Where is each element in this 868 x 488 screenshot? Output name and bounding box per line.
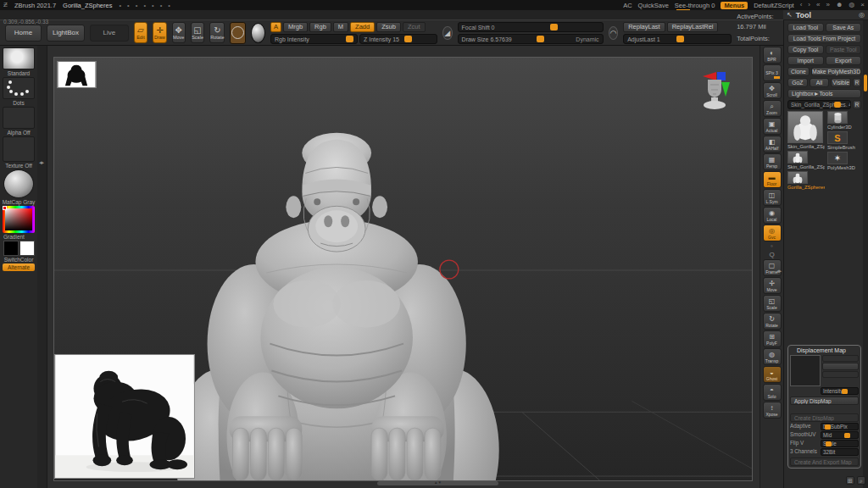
right-shelf-button[interactable]: ✢ Move <box>763 277 782 294</box>
lightbox-tools-button[interactable]: Lightbox►Tools <box>787 89 861 98</box>
adjust-last-slider[interactable]: AdjustLast 1 <box>623 34 732 44</box>
displacement-map-title[interactable]: Displacement Map <box>790 347 859 355</box>
tool-r-button[interactable]: R <box>853 100 861 109</box>
make-polymesh3d-button[interactable]: Make PolyMesh3D <box>811 67 861 76</box>
document-area[interactable] <box>53 57 753 481</box>
tool-thumb-cylinder3d[interactable] <box>827 111 848 124</box>
right-shelf-button[interactable]: Q <box>763 251 782 258</box>
texture-thumbnail[interactable] <box>3 136 35 162</box>
prev-tool-icon[interactable]: « <box>816 1 820 9</box>
tool-thumb-skin-gorilla[interactable] <box>787 151 808 164</box>
goz-visible-button[interactable]: Visible <box>831 78 851 87</box>
intensity-slider[interactable]: Intensity <box>821 387 859 395</box>
a-toggle[interactable]: A <box>270 22 281 32</box>
panel-zoom-icon[interactable]: ⌕ <box>857 476 865 485</box>
tool-section-row[interactable] <box>787 336 861 343</box>
paste-tool-button[interactable]: Paste Tool <box>826 45 862 54</box>
next-doc-icon[interactable]: › <box>808 1 810 9</box>
mrgb-button[interactable]: Mrgb <box>283 22 308 32</box>
rgb-button[interactable]: Rgb <box>309 22 331 32</box>
tool-thumb-simplebrush[interactable]: S <box>827 131 848 144</box>
panel-grid-icon[interactable]: ⊞ <box>846 476 854 485</box>
disp-setting-slider[interactable]: Scale <box>821 440 859 447</box>
right-shelf-button[interactable]: ◓ Solo <box>763 384 782 401</box>
color-picker[interactable] <box>3 206 35 233</box>
tool-select-slider[interactable]: Skin_Gorilla_ZSpheres. 49 <box>787 100 851 109</box>
quicksave-button[interactable]: QuickSave <box>638 2 669 9</box>
gorilla-mesh[interactable] <box>175 133 499 480</box>
slider-thumb[interactable] <box>676 36 684 42</box>
slider-thumb[interactable] <box>826 441 832 446</box>
right-shelf-button[interactable]: ▬ Floor <box>763 171 782 188</box>
replay-last-button[interactable]: ReplayLast <box>623 22 665 32</box>
menus-button[interactable]: Menus <box>721 2 748 9</box>
tool-section-row[interactable] <box>787 257 861 264</box>
clone-button[interactable]: Clone <box>787 67 810 76</box>
tool-section-row[interactable] <box>787 304 861 312</box>
see-through-slider[interactable]: See-through 0 <box>675 2 715 9</box>
right-shelf-button[interactable]: ◧ AAHalf <box>763 136 782 152</box>
import-button[interactable]: Import <box>787 56 824 65</box>
divider-collapse-icon[interactable]: ◂▸ <box>776 268 781 274</box>
disp-button[interactable] <box>822 363 859 370</box>
rgb-intensity-slider[interactable]: Rgb Intensity <box>270 34 358 44</box>
move-button[interactable]: ✥ Move <box>172 22 186 43</box>
tool-thumb-polymesh3d[interactable]: ✶ <box>827 152 848 164</box>
camview-widget[interactable] <box>701 66 745 110</box>
panel-menu-icon[interactable]: ◎ <box>859 11 865 19</box>
right-shelf-button[interactable]: ↕ Xpose <box>763 402 782 419</box>
right-shelf-button[interactable]: SPix 3 <box>763 64 782 81</box>
tool-section-row[interactable] <box>787 201 861 208</box>
tool-section-row[interactable] <box>787 328 861 336</box>
load-tool-button[interactable]: Load Tool <box>787 23 824 32</box>
right-shelf-button[interactable]: ◍ Transp <box>763 348 782 365</box>
tool-section-row[interactable] <box>787 272 861 280</box>
left-divider[interactable]: ◂▸ <box>37 46 47 488</box>
tool-section-row[interactable] <box>787 217 861 225</box>
stroke-curve-icon[interactable]: ◢ <box>442 26 453 40</box>
slider-thumb[interactable] <box>404 36 412 42</box>
disp-button[interactable] <box>822 371 859 379</box>
tool-section-row[interactable] <box>787 233 861 241</box>
next-tool-icon[interactable]: » <box>826 1 829 9</box>
load-tools-from-project-button[interactable]: Load Tools From Project <box>787 34 861 43</box>
right-shelf-button[interactable]: ▦ Persp <box>763 153 782 170</box>
current-brush-well[interactable] <box>230 22 245 44</box>
right-shelf-button[interactable]: ◦ <box>763 242 782 250</box>
right-shelf-button[interactable]: ◐ BPR <box>763 47 782 64</box>
copy-tool-button[interactable]: Copy Tool <box>787 45 824 54</box>
slider-thumb[interactable] <box>346 36 353 42</box>
focal-shift-slider[interactable]: Focal Shift 0 <box>458 22 604 32</box>
right-shelf-button[interactable]: ◱ Scale <box>763 295 782 312</box>
tool-panel-scroll-thumb[interactable] <box>864 75 867 92</box>
divider-collapse-icon[interactable]: ◂▸ <box>39 159 43 166</box>
right-shelf-button[interactable]: ▣ Actual <box>763 118 782 135</box>
user-icon[interactable]: ☻ <box>836 1 843 9</box>
rotate-button[interactable]: ↻ Rotate <box>209 22 225 43</box>
right-shelf-button[interactable]: ⊞ PolyF <box>763 330 782 347</box>
alternate-button[interactable]: Alternate <box>3 263 35 271</box>
zadd-button[interactable]: Zadd <box>350 22 375 32</box>
goz-button[interactable]: GoZ <box>787 78 808 87</box>
slider-thumb[interactable] <box>834 102 841 108</box>
main-color-swatch[interactable] <box>3 241 19 256</box>
horizontal-scrollbar[interactable] <box>377 481 498 485</box>
brush-thumbnail[interactable] <box>3 47 35 69</box>
replay-last-rel-button[interactable]: ReplayLastRel <box>667 22 719 32</box>
tool-thumb-gorilla-zspheres[interactable] <box>787 171 808 184</box>
tool-section-row[interactable] <box>787 320 861 328</box>
alpha-thumbnail[interactable] <box>3 107 35 129</box>
right-shelf-button[interactable]: ↻ Rotate <box>763 313 782 330</box>
edit-button[interactable]: ▱ Edit <box>134 22 147 43</box>
material-thumbnail[interactable] <box>3 169 34 198</box>
z-intensity-slider[interactable]: Z Intensity 15 <box>359 34 437 44</box>
tool-section-row[interactable] <box>787 193 861 201</box>
tool-section-row[interactable] <box>787 248 861 256</box>
sv-square[interactable] <box>5 208 32 230</box>
home-page-button[interactable]: Home Page <box>5 25 42 42</box>
tool-section-row[interactable] <box>787 241 861 248</box>
live-boolean-toggle[interactable]: Live Boolean <box>90 25 129 42</box>
disp-button[interactable] <box>822 355 859 363</box>
right-shelf-button[interactable]: ◉ Local <box>763 207 782 224</box>
tool-section-row[interactable] <box>787 264 861 272</box>
